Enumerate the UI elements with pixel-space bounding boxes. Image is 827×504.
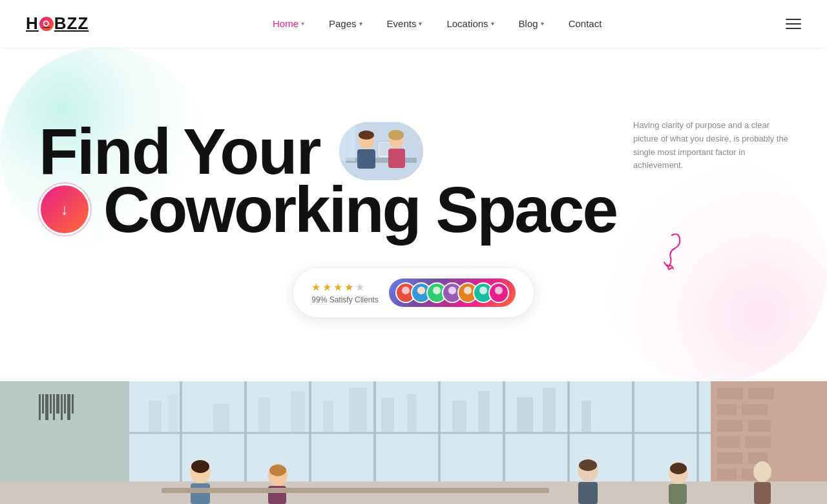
svg-rect-72: [213, 404, 229, 433]
svg-rect-69: [754, 482, 771, 504]
svg-rect-44: [717, 420, 743, 432]
svg-rect-48: [717, 452, 743, 464]
svg-point-14: [417, 286, 425, 294]
nav-links: Home ▾ Pages ▾ Events ▾ Locations ▾ Blog: [273, 18, 602, 29]
photo-card-inner: [339, 122, 423, 180]
svg-rect-78: [407, 394, 417, 433]
svg-point-22: [479, 286, 487, 294]
svg-point-13: [400, 295, 412, 303]
avatar-pill: [389, 278, 516, 307]
svg-point-12: [402, 286, 410, 294]
svg-point-20: [464, 286, 472, 294]
svg-point-57: [191, 460, 209, 473]
headline-space: Space: [420, 177, 616, 242]
svg-rect-63: [578, 482, 598, 504]
svg-rect-1: [346, 158, 417, 163]
nav-item-contact[interactable]: Contact: [569, 18, 602, 29]
star-1: ★: [311, 281, 320, 293]
svg-rect-46: [717, 436, 740, 448]
barcode-decoration: [39, 394, 74, 420]
nav-link-home[interactable]: Home ▾: [273, 18, 304, 29]
arrow-down-icon: ↓: [61, 202, 68, 217]
svg-rect-56: [191, 483, 210, 504]
svg-rect-50: [717, 468, 737, 480]
svg-point-9: [359, 131, 374, 140]
svg-rect-73: [258, 397, 270, 433]
scribble-arrow-svg: [640, 229, 691, 280]
hamburger-menu[interactable]: [786, 19, 801, 29]
nav-link-contact[interactable]: Contact: [569, 18, 602, 29]
svg-rect-61: [162, 488, 549, 493]
svg-point-23: [477, 295, 489, 303]
svg-point-60: [269, 465, 286, 476]
headline-coworking: Coworking: [103, 177, 420, 242]
svg-point-19: [446, 295, 458, 303]
svg-point-67: [670, 463, 687, 474]
svg-rect-74: [291, 391, 305, 433]
star-3: ★: [333, 281, 342, 293]
logo-text-pre: H: [26, 14, 39, 34]
star-5-empty: ★: [355, 281, 364, 293]
nav-link-pages[interactable]: Pages ▾: [329, 18, 362, 29]
svg-point-24: [495, 286, 503, 294]
nav-link-events[interactable]: Events ▾: [387, 18, 423, 29]
office-scene-svg: [0, 381, 827, 504]
decorative-arrow: [640, 229, 691, 283]
bottom-office-image: [0, 381, 827, 504]
svg-rect-77: [381, 397, 394, 433]
svg-rect-81: [517, 397, 533, 433]
svg-rect-76: [349, 388, 367, 433]
logo-text-post: BZZ: [54, 14, 89, 34]
svg-rect-5: [357, 149, 375, 169]
svg-point-18: [448, 286, 456, 294]
svg-point-15: [415, 295, 427, 303]
description-text: Having clarity of purpose and a clear pi…: [633, 119, 788, 173]
chevron-down-icon: ▾: [491, 20, 494, 27]
hero-content: Find Your: [39, 119, 788, 318]
svg-point-16: [433, 286, 441, 294]
chevron-down-icon: ▾: [359, 20, 362, 27]
svg-point-21: [462, 295, 474, 303]
svg-point-8: [388, 130, 404, 140]
satisfy-text: 99% Satisfy Clients: [311, 295, 378, 304]
hero-photo-card: [339, 122, 423, 180]
svg-rect-7: [388, 149, 405, 168]
hamburger-line: [786, 23, 801, 25]
svg-rect-45: [748, 420, 771, 432]
logo[interactable]: H O BZZ: [26, 14, 89, 34]
svg-rect-42: [717, 404, 737, 415]
nav-link-locations[interactable]: Locations ▾: [446, 18, 494, 29]
chevron-down-icon: ▾: [419, 20, 422, 27]
rating-section: ★ ★ ★ ★ ★ 99% Satisfy Clients: [39, 268, 788, 318]
logo-o: O: [39, 17, 54, 31]
nav-item-blog[interactable]: Blog ▾: [519, 18, 544, 29]
svg-rect-83: [581, 401, 591, 433]
office-photo-svg: [339, 122, 423, 180]
rating-left: ★ ★ ★ ★ ★ 99% Satisfy Clients: [311, 281, 378, 304]
svg-point-17: [431, 295, 443, 303]
scroll-down-button[interactable]: ↓: [39, 184, 90, 235]
chevron-down-icon: ▾: [541, 20, 544, 27]
hero-description: Having clarity of purpose and a clear pi…: [633, 119, 788, 173]
navbar: H O BZZ Home ▾ Pages ▾ Events ▾ Location…: [0, 0, 827, 47]
svg-point-68: [753, 461, 771, 482]
star-2: ★: [322, 281, 331, 293]
svg-point-64: [579, 459, 597, 471]
nav-item-events[interactable]: Events ▾: [387, 18, 423, 29]
nav-item-home[interactable]: Home ▾: [273, 18, 304, 29]
avatar-7: [488, 282, 509, 303]
svg-point-25: [493, 295, 505, 303]
nav-item-pages[interactable]: Pages ▾: [329, 18, 362, 29]
rating-card: ★ ★ ★ ★ ★ 99% Satisfy Clients: [293, 268, 534, 318]
svg-rect-41: [748, 388, 774, 399]
avatar-group: [389, 278, 516, 307]
office-image-overlay: [0, 381, 827, 504]
nav-item-locations[interactable]: Locations ▾: [446, 18, 494, 29]
svg-rect-47: [745, 436, 771, 448]
svg-rect-43: [742, 404, 768, 415]
stars-container: ★ ★ ★ ★ ★: [311, 281, 364, 293]
chevron-down-icon: ▾: [301, 20, 304, 27]
nav-link-blog[interactable]: Blog ▾: [519, 18, 544, 29]
svg-rect-71: [168, 394, 178, 433]
star-4: ★: [344, 281, 353, 293]
